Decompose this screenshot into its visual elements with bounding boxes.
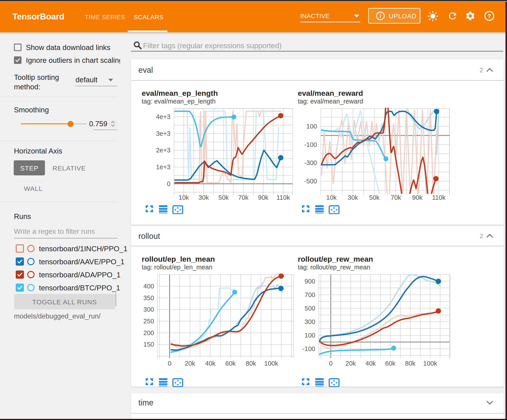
svg-text:350: 350 (143, 294, 154, 302)
svg-text:0: 0 (329, 360, 332, 367)
svg-text:-300: -300 (304, 159, 317, 166)
svg-text:20k: 20k (185, 360, 195, 367)
svg-text:70k: 70k (391, 194, 401, 201)
svg-text:900: 900 (305, 278, 315, 285)
svg-text:10k: 10k (326, 194, 337, 201)
svg-text:1e+3: 1e+3 (156, 164, 170, 171)
svg-text:400: 400 (143, 283, 154, 290)
svg-text:700: 700 (305, 291, 315, 298)
svg-text:60k: 60k (225, 360, 236, 367)
svg-text:2e+3: 2e+3 (156, 147, 170, 154)
svg-text:50k: 50k (369, 194, 380, 201)
svg-text:100k: 100k (423, 360, 437, 367)
svg-text:100: 100 (306, 123, 317, 130)
svg-text:0: 0 (167, 180, 170, 187)
svg-text:4e+3: 4e+3 (156, 113, 170, 120)
svg-text:-500: -500 (304, 178, 317, 185)
svg-text:50k: 50k (218, 194, 229, 201)
svg-text:80k: 80k (246, 360, 256, 367)
svg-text:40k: 40k (366, 360, 376, 367)
svg-text:90k: 90k (258, 194, 268, 201)
svg-text:200: 200 (143, 329, 154, 336)
svg-text:100: 100 (305, 332, 315, 339)
svg-text:150: 150 (143, 341, 154, 348)
svg-text:110k: 110k (432, 194, 446, 201)
svg-text:20k: 20k (345, 360, 356, 367)
svg-text:30k: 30k (199, 194, 209, 201)
svg-text:60k: 60k (385, 360, 396, 367)
svg-text:110k: 110k (276, 194, 290, 201)
svg-text:40k: 40k (205, 360, 216, 367)
svg-text:300: 300 (143, 306, 154, 313)
svg-text:90k: 90k (412, 194, 423, 201)
svg-text:3e+3: 3e+3 (156, 130, 170, 137)
svg-text:80k: 80k (405, 360, 415, 367)
svg-text:100k: 100k (264, 360, 278, 367)
svg-text:70k: 70k (238, 194, 249, 201)
svg-text:30k: 30k (348, 194, 358, 201)
svg-text:-100: -100 (303, 345, 315, 352)
svg-text:10k: 10k (179, 194, 189, 201)
svg-text:?: ? (487, 13, 491, 20)
svg-text:0: 0 (168, 360, 171, 367)
svg-text:300: 300 (305, 318, 315, 325)
svg-text:-100: -100 (304, 141, 317, 148)
svg-text:250: 250 (143, 318, 154, 325)
svg-text:500: 500 (305, 305, 315, 312)
